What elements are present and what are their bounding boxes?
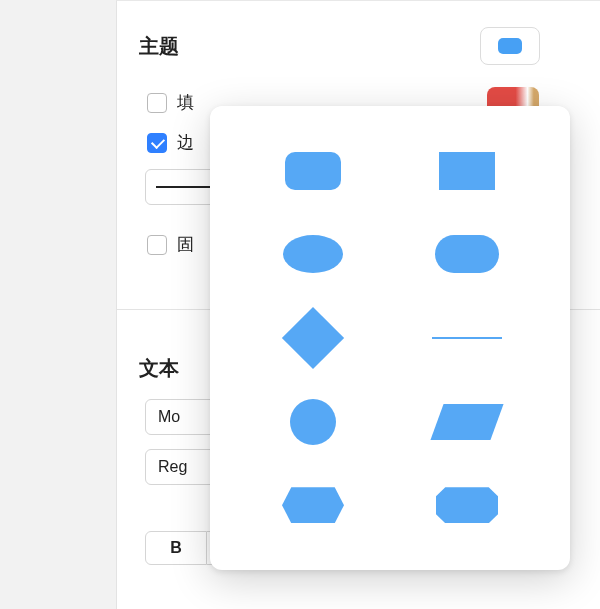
fixed-label: 固 — [177, 233, 194, 256]
shape-option-line[interactable] — [390, 305, 544, 371]
rounded-rectangle-icon — [498, 38, 522, 54]
shape-option-hexagon[interactable] — [236, 472, 390, 538]
fixed-checkbox[interactable] — [147, 235, 167, 255]
shape-option-hexagon-bevel[interactable] — [390, 472, 544, 538]
border-checkbox[interactable] — [147, 133, 167, 153]
shape-picker-popover — [210, 106, 570, 570]
checkbox-row-fill: 填 — [147, 91, 194, 114]
checkbox-row-fixed: 固 — [147, 233, 194, 256]
shape-theme-button[interactable] — [480, 27, 540, 65]
shape-option-parallelogram[interactable] — [390, 389, 544, 455]
section-title-theme: 主题 — [139, 33, 179, 60]
parallelogram-icon — [430, 404, 503, 440]
font-weight-value: Reg — [158, 458, 187, 476]
color-swatch-button[interactable] — [487, 87, 539, 107]
shape-option-circle[interactable] — [236, 389, 390, 455]
checkbox-row-border: 边 — [147, 131, 194, 154]
font-family-value: Mo — [158, 408, 180, 426]
shape-option-ellipse[interactable] — [236, 222, 390, 288]
border-label: 边 — [177, 131, 194, 154]
ellipse-icon — [283, 235, 343, 273]
fill-label: 填 — [177, 91, 194, 114]
diamond-icon — [282, 307, 344, 369]
shape-option-rounded-rectangle[interactable] — [236, 138, 390, 204]
bold-button[interactable]: B — [145, 531, 207, 565]
rounded-rectangle-icon — [285, 152, 341, 190]
pill-icon — [435, 235, 499, 273]
fill-checkbox[interactable] — [147, 93, 167, 113]
app-canvas: 主题 填 边 固 文本 Mo Reg B — [0, 0, 600, 609]
shape-option-rectangle[interactable] — [390, 138, 544, 204]
section-title-text: 文本 — [139, 355, 179, 382]
hexagon-icon — [282, 487, 344, 523]
line-icon — [432, 337, 502, 339]
shape-grid — [236, 138, 544, 538]
rectangle-icon — [439, 152, 495, 190]
circle-icon — [290, 399, 336, 445]
shape-option-pill[interactable] — [390, 222, 544, 288]
hexagon-bevel-icon — [436, 487, 498, 523]
shape-option-diamond[interactable] — [236, 305, 390, 371]
